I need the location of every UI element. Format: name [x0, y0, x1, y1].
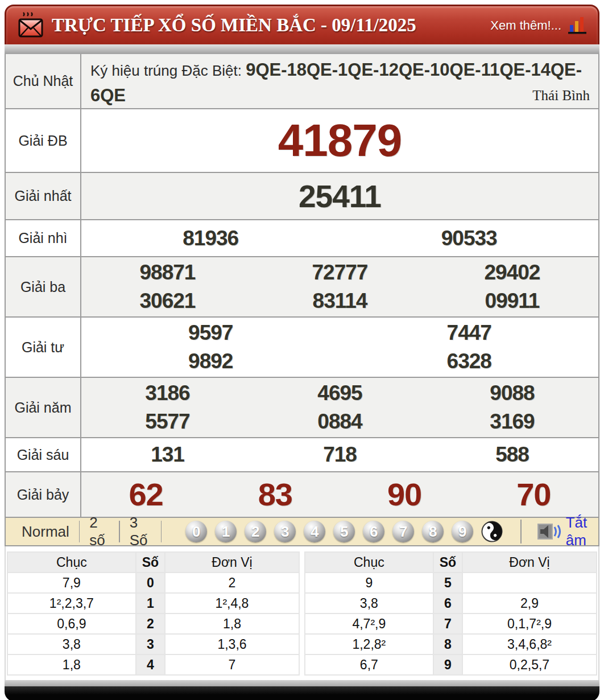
prize-row-fourth: Giải tư 9597 7447 9892 6328: [6, 316, 598, 377]
chuc-cell: 3,8: [305, 593, 433, 613]
ball-1[interactable]: 1: [215, 521, 237, 542]
prize-row-first: Giải nhất 25411: [6, 172, 598, 219]
prize-row-seventh: Giải bảy 62 83 90 70: [6, 471, 598, 517]
donvi-cell: 7: [165, 654, 299, 675]
prize-number: 0884: [254, 407, 426, 436]
table-row: 7,9 0 2: [7, 573, 299, 593]
footer-divider: [5, 680, 599, 686]
prize-number: 7447: [340, 319, 599, 347]
divider: [119, 521, 119, 542]
so-cell: 0: [136, 573, 165, 593]
chuc-cell: 1²,2,3,7: [7, 593, 136, 613]
table-row: 9 5: [305, 573, 597, 593]
header-chuc: Chục: [7, 552, 136, 573]
ball-8[interactable]: 8: [422, 521, 444, 542]
control-bar: Normal 2 số 3 Số 0 1 2 3 4 5 6 7 8 9: [5, 518, 599, 546]
special-sign: Ký hiệu trúng Đặc Biệt: 9QE-18QE-1QE-12Q…: [90, 59, 591, 110]
digit-table-right: Chục Số Đơn Vị 9 5 3,8 6 2,9 4,7²,9 7 0,…: [304, 551, 597, 676]
footer-bar: [5, 686, 599, 700]
prize-number: 30621: [81, 287, 254, 315]
chuc-cell: 9: [305, 573, 433, 593]
header-donvi: Đơn Vị: [462, 552, 597, 573]
prize-label: Giải sáu: [6, 438, 81, 471]
so-cell: 8: [433, 634, 462, 654]
so-cell: 5: [433, 573, 462, 593]
prize-number: 90533: [340, 225, 599, 252]
header-so: Số: [433, 552, 462, 573]
table-row: 1,8 4 7: [7, 654, 299, 675]
prize-number: 83114: [254, 287, 426, 315]
envelope-icon: [18, 11, 44, 40]
so-cell: 9: [433, 654, 462, 675]
prize-number: 588: [426, 441, 598, 468]
ball-0[interactable]: 0: [185, 521, 207, 542]
yin-yang-icon[interactable]: [481, 521, 503, 542]
chuc-cell: 1,2,8²: [305, 634, 433, 654]
page-title: TRỰC TIẾP XỔ SỐ MIỀN BẮC - 09/11/2025: [52, 15, 416, 36]
prize-number: 25411: [81, 175, 598, 218]
prize-number: 83: [210, 474, 340, 515]
prize-row-sixth: Giải sáu 131 718 588: [6, 437, 598, 471]
ball-9[interactable]: 9: [452, 521, 473, 542]
mode-normal-button[interactable]: Normal: [19, 523, 72, 541]
donvi-cell: 0,2,5,7: [462, 654, 597, 675]
day-label: Chủ Nhật: [6, 54, 81, 108]
mode-3so-button[interactable]: 3 Số: [127, 514, 154, 549]
prize-number: 29402: [426, 258, 598, 287]
mode-2so-button[interactable]: 2 số: [87, 514, 111, 549]
prize-number: 9597: [81, 319, 340, 347]
prize-number: 3169: [426, 407, 598, 436]
mute-label: Tắt âm: [566, 514, 590, 549]
ball-7[interactable]: 7: [392, 521, 414, 542]
donvi-cell: [462, 573, 597, 593]
prize-row-second: Giải nhì 81936 90533: [6, 219, 598, 256]
bar-chart-icon[interactable]: [567, 16, 588, 35]
ball-3[interactable]: 3: [274, 521, 296, 542]
speaker-icon: [537, 522, 561, 541]
table-row: 0,6,9 2 1,8: [7, 613, 299, 634]
donvi-cell: 2,9: [462, 593, 597, 613]
table-header-row: Chục Số Đơn Vị: [7, 552, 299, 573]
info-row: Chủ Nhật Ký hiệu trúng Đặc Biệt: 9QE-18Q…: [6, 54, 598, 108]
digit-table-left: Chục Số Đơn Vị 7,9 0 2 1²,2,3,7 1 1²,4,8…: [7, 551, 300, 676]
prize-row-fifth: Giải năm 3186 4695 9088 5577 0884 3169: [6, 377, 598, 437]
so-cell: 3: [136, 634, 165, 654]
chuc-cell: 3,8: [7, 634, 136, 654]
header-so: Số: [136, 552, 165, 573]
prize-number: 09911: [426, 287, 598, 315]
ball-5[interactable]: 5: [333, 521, 355, 542]
prize-number: 70: [469, 474, 598, 515]
table-row: 6,7 9 0,2,5,7: [305, 654, 597, 675]
table-row: 1,2,8² 8 3,4,6,8²: [305, 634, 597, 654]
prize-number: 90: [340, 474, 469, 515]
donvi-cell: 1²,4,8: [165, 593, 299, 613]
prize-row-third: Giải ba 98871 72777 29402 30621 83114 09…: [6, 256, 598, 316]
donvi-cell: 1,8: [165, 613, 299, 634]
prize-number: 131: [81, 441, 254, 468]
results-table: Chủ Nhật Ký hiệu trúng Đặc Biệt: 9QE-18Q…: [5, 54, 599, 518]
ball-2[interactable]: 2: [245, 521, 266, 542]
table-row: 3,8 6 2,9: [305, 593, 597, 613]
so-cell: 4: [136, 654, 165, 675]
table-header-row: Chục Số Đơn Vị: [305, 552, 597, 573]
table-row: 3,8 3 1,3,6: [7, 634, 299, 654]
prize-label: Giải ĐB: [6, 109, 81, 172]
mute-button[interactable]: Tắt âm: [537, 514, 590, 549]
divider: [520, 520, 521, 543]
donvi-cell: 3,4,6,8²: [462, 634, 597, 654]
donvi-cell: 2: [165, 573, 299, 593]
prize-label: Giải nhì: [6, 220, 81, 256]
prize-label: Giải bảy: [6, 472, 81, 517]
prize-number: 9088: [426, 379, 598, 407]
prize-number: 718: [254, 441, 426, 468]
header-divider: [5, 44, 599, 54]
header-donvi: Đơn Vị: [165, 552, 299, 573]
see-more-link[interactable]: Xem thêm!...: [490, 18, 561, 33]
ball-6[interactable]: 6: [363, 521, 384, 542]
divider: [161, 521, 162, 542]
lottery-widget: TRỰC TIẾP XỔ SỐ MIỀN BẮC - 09/11/2025 Xe…: [5, 5, 599, 700]
sign-label: Ký hiệu trúng Đặc Biệt:: [90, 62, 246, 79]
prize-row-special: Giải ĐB 41879: [6, 108, 598, 172]
ball-4[interactable]: 4: [304, 521, 325, 542]
divider: [79, 521, 80, 542]
